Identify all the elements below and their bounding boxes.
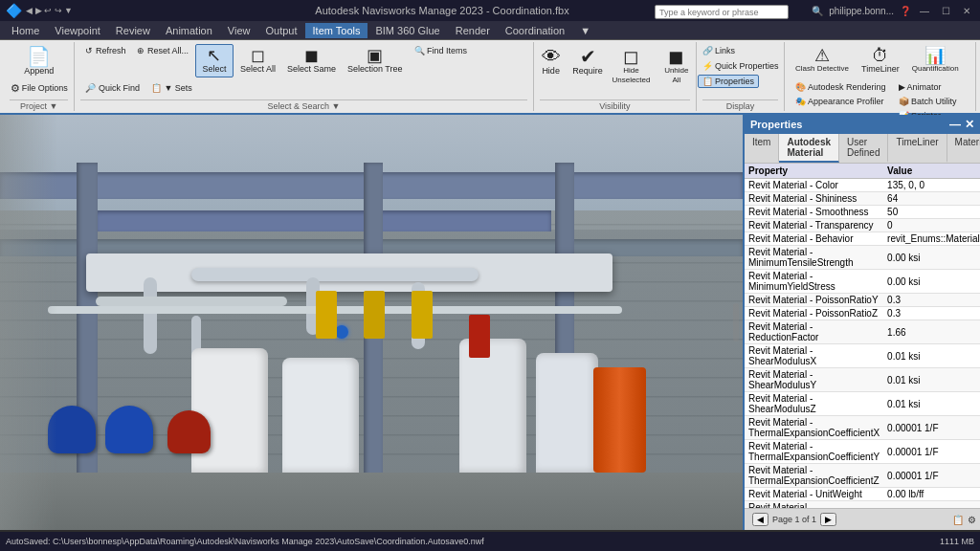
select-group-label: Select & Search ▼ — [80, 99, 526, 111]
require-button[interactable]: ✔ Require — [570, 44, 606, 79]
properties-panel: Properties — ✕ Item Autodesk Material Us… — [743, 115, 980, 530]
animator-button[interactable]: ▶ Animator — [894, 80, 962, 94]
tab-item[interactable]: Item — [745, 134, 779, 163]
project-buttons: 📄 Append ⚙ File Options — [6, 44, 73, 97]
ribbon-group-tools: ⚠ Clash Detective ⏱ TimeLiner 📊 Quantifi… — [785, 42, 976, 111]
prop-copy-icon[interactable]: 📋 — [952, 515, 964, 525]
property-cell: Revit Material - PoissonRatioZ — [745, 307, 883, 320]
hide-button[interactable]: 👁 Hide — [534, 44, 568, 79]
links-button[interactable]: 🔗 Links — [698, 44, 741, 57]
selection-tree-button[interactable]: ▣ Selection Tree — [343, 44, 408, 77]
select-same-button[interactable]: ◼ Select Same — [282, 44, 341, 77]
prop-settings-icon[interactable]: ⚙ — [968, 515, 976, 525]
tab-autodesk-material[interactable]: Autodesk Material — [779, 134, 839, 163]
project-group-label: Project ▼ — [10, 99, 68, 111]
unhide-all-label: Unhide All — [661, 66, 691, 84]
batch-utility-button[interactable]: 📦 Batch Utility — [894, 95, 962, 108]
tank-3 — [459, 339, 526, 473]
property-cell: Revit Material - MinimumTensileStrength — [745, 246, 883, 270]
properties-tabs: Item Autodesk Material User Defined Time… — [745, 134, 980, 164]
beam-h2 — [96, 210, 551, 231]
hide-label: Hide — [542, 66, 560, 77]
pump-red-1 — [167, 410, 211, 453]
table-row: Revit Material - ThermalExpansionCoeffic… — [745, 440, 980, 464]
timeliner-button[interactable]: ⏱ TimeLiner — [857, 44, 904, 77]
property-cell: Revit Material - MinimumYieldStress — [745, 270, 883, 294]
properties-table[interactable]: Property Value Revit Material - Color135… — [745, 164, 980, 508]
prop-next-button[interactable]: ▶ — [820, 513, 836, 526]
refresh-button[interactable]: ↺ Refresh — [80, 44, 130, 57]
require-label: Require — [572, 66, 603, 77]
main-area: Properties — ✕ Item Autodesk Material Us… — [0, 115, 980, 530]
properties-minimize-button[interactable]: — — [949, 118, 961, 131]
sets-button[interactable]: 📋 ▼ Sets — [146, 81, 197, 95]
viewport[interactable] — [0, 115, 743, 530]
property-cell: Revit Material - PoissonRatioY — [745, 294, 883, 307]
quantification-button[interactable]: 📊 Quantification — [907, 44, 964, 77]
table-row: Revit Material - Behaviorrevit_Enums::Ma… — [745, 232, 980, 246]
menu-home[interactable]: Home — [4, 23, 47, 38]
value-cell: 0.00001 1/F — [883, 440, 980, 464]
clash-detective-icon: ⚠ — [814, 47, 830, 64]
menu-viewpoint[interactable]: Viewpoint — [47, 23, 108, 38]
maximize-button[interactable]: ☐ — [938, 4, 953, 17]
menu-bim360[interactable]: BIM 360 Glue — [368, 23, 447, 38]
ribbon-group-project-inner: 📄 Append ⚙ File Options — [6, 42, 73, 98]
display-group-label: Display — [702, 99, 778, 111]
col-value: Value — [883, 164, 980, 179]
clash-detective-button[interactable]: ⚠ Clash Detective — [791, 44, 854, 77]
help-icon[interactable]: ❓ — [900, 6, 911, 16]
append-button[interactable]: 📄 Append — [6, 44, 73, 79]
heater-orange — [593, 367, 646, 473]
tab-material[interactable]: Material — [947, 134, 980, 163]
col-property: Property — [745, 164, 883, 179]
file-options-icon: ⚙ — [11, 82, 20, 95]
prop-prev-button[interactable]: ◀ — [752, 513, 768, 526]
menu-render[interactable]: Render — [448, 23, 498, 38]
quantification-label: Quantification — [912, 64, 959, 74]
autodesk-rendering-button[interactable]: 🎨 Autodesk Rendering — [791, 80, 891, 94]
table-row: Revit Material - ShearModulusY0.01 ksi — [745, 368, 980, 392]
minimize-button[interactable]: — — [917, 4, 932, 17]
properties-close-button[interactable]: ✕ — [965, 118, 974, 131]
select-label: Select — [202, 64, 226, 75]
property-cell: Revit Material - UnitWeight — [745, 488, 883, 501]
close-button[interactable]: ✕ — [959, 4, 974, 17]
select-same-label: Select Same — [287, 64, 336, 75]
menu-more[interactable]: ▼ — [572, 23, 598, 38]
reset-all-button[interactable]: ⊕ Reset All... — [132, 44, 193, 57]
tank-2 — [282, 358, 359, 473]
keyword-search-input[interactable] — [655, 5, 789, 19]
properties-footer: ◀ Page 1 of 1 ▶ 📋 ⚙ — [745, 508, 980, 530]
title-left: 🔷 ◀ ▶ ↩ ↪ ▼ — [6, 3, 73, 18]
menu-view[interactable]: View — [220, 23, 258, 38]
menu-output[interactable]: Output — [258, 23, 305, 38]
table-row: Revit Material - YoungModulusX0.03 ksi — [745, 501, 980, 509]
prop-nav: ◀ Page 1 of 1 ▶ — [748, 511, 840, 528]
status-bar: AutoSaved: C:\Users\bonnesp\AppData\Roam… — [0, 532, 980, 551]
prop-footer-icons: 📋 ⚙ — [952, 515, 976, 525]
quick-find-button[interactable]: 🔎 Quick Find — [80, 81, 145, 95]
select-all-label: Select All — [240, 64, 276, 75]
value-cell: 0.00001 1/F — [883, 464, 980, 488]
property-cell: Revit Material - Shininess — [745, 192, 883, 206]
valve-yellow-1 — [316, 291, 337, 339]
unhide-all-button[interactable]: ◼ Unhide All — [657, 44, 696, 87]
properties-button[interactable]: 📋 Properties — [698, 75, 760, 88]
unhide-all-icon: ◼ — [668, 47, 684, 66]
appearance-profiler-button[interactable]: 🎭 Appearance Profiler — [791, 95, 891, 108]
menu-animation[interactable]: Animation — [158, 23, 220, 38]
find-items-button[interactable]: 🔍 Find Items — [410, 44, 473, 57]
select-button[interactable]: ↖ Select — [195, 44, 234, 77]
file-options-button[interactable]: ⚙ File Options — [6, 80, 73, 97]
hide-unselected-button[interactable]: ◻ Hide Unselected — [607, 44, 655, 87]
tab-timeliner[interactable]: TimeLiner — [888, 134, 947, 163]
memory-indicator: 1111 MB — [940, 537, 974, 546]
quick-properties-button[interactable]: ⚡ Quick Properties — [698, 59, 784, 73]
menu-coordination[interactable]: Coordination — [498, 23, 572, 38]
menu-review[interactable]: Review — [108, 23, 158, 38]
property-cell: Revit Material - Color — [745, 179, 883, 192]
menu-item-tools[interactable]: Item Tools — [305, 23, 368, 38]
select-all-button[interactable]: ◻ Select All — [235, 44, 280, 77]
tab-user-defined[interactable]: User Defined — [839, 134, 888, 163]
